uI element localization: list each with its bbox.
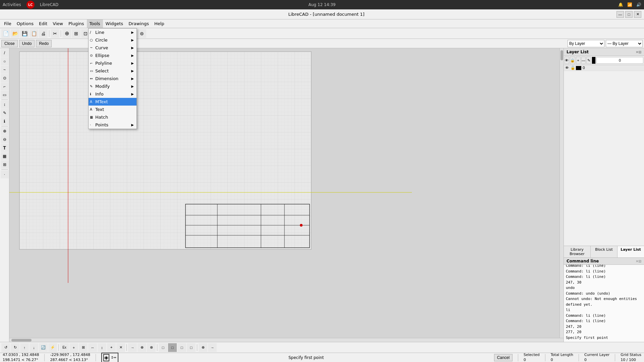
bottom-btn-plus[interactable]: + [69,343,78,352]
print-button[interactable]: 🖨 [39,29,48,38]
bottom-btn-undo-snap[interactable]: ↺ [1,343,10,352]
left-tool-line[interactable]: / [1,49,9,57]
tab-library-browser[interactable]: Library Browser [564,246,591,257]
layer-edit-btn[interactable]: ✎ [586,57,591,64]
bottom-btn-rect2[interactable]: □ [168,343,177,352]
canvas-area[interactable]: / Line ▶ ○ Circle ▶ ~ Cu [9,48,559,338]
bottom-btn-cross[interactable]: ✕ [116,343,125,352]
bottom-btn-grid[interactable]: ⊞ [79,343,88,352]
minimize-button[interactable]: — [616,11,624,18]
bottom-btn-v-align[interactable]: ↕ [98,343,106,352]
bottom-btn-rect3[interactable]: □ [177,343,186,352]
left-tool-ellipse[interactable]: ⊙ [1,74,9,82]
bottom-btn-h-align[interactable]: ↔ [88,343,97,352]
menu-tools-points[interactable]: · Points ▶ [89,121,137,129]
snap-btn-1[interactable]: ⊕ [62,29,71,38]
menu-options[interactable]: Options [14,19,36,28]
menu-tools-ellipse[interactable]: ⊙ Ellipse ▶ [89,52,137,59]
open-button[interactable]: 📂 [11,29,19,38]
bottom-btn-rotate[interactable]: 🔄 [39,343,48,352]
tab-block-list[interactable]: Block List [591,246,618,257]
bottom-btn-circle-cross[interactable]: ⊗ [147,343,156,352]
left-tool-hatch[interactable]: ▦ [1,152,9,160]
bottom-btn-redo-snap[interactable]: ↻ [11,343,19,352]
redo-button[interactable]: Redo [36,40,52,47]
left-tool-polyline[interactable]: ⌐ [1,82,9,90]
left-tool-modify[interactable]: ✎ [1,109,9,117]
layer-list-area: 👁 🔓 0 [564,65,644,246]
bottom-btn-plus2[interactable]: ⊕ [199,343,207,352]
snap-btn-9[interactable]: ⊜ [138,29,146,38]
menu-tools-polyline[interactable]: ⌐ Polyline ▶ [89,59,137,67]
canvas-scrollbar-vertical[interactable] [559,48,564,338]
color-selector[interactable]: — By Layer [606,40,643,47]
menu-tools-curve[interactable]: ~ Curve ▶ [89,48,137,52]
snap-btn-2[interactable]: ⊞ [72,29,80,38]
command-output[interactable]: 197, 40liCommand: li (line)Command: li (… [564,265,644,342]
left-tool-zoom-out[interactable]: ⊖ [1,135,9,143]
left-tool-dimension[interactable]: ↕ [1,101,9,109]
layer-list-title: Layer List [567,50,589,54]
left-tool-block[interactable]: ⊞ [1,161,9,169]
menu-drawings[interactable]: Drawings [126,19,152,28]
status-sep-1 [44,354,45,361]
close-drawing-button[interactable]: Close [1,40,18,47]
layer-lock-btn[interactable]: 🔒 [570,57,575,64]
cancel-button[interactable]: Cancel [494,354,513,361]
layer-add-btn[interactable]: + [576,57,581,64]
snap-symbol: ◈ [104,354,108,361]
activities-btn[interactable]: Activities [3,2,21,7]
panel-close-icon[interactable]: ✕⊡ [636,50,641,54]
menu-help[interactable]: Help [152,19,167,28]
bottom-btn-arrow-r[interactable]: → [128,343,137,352]
new-button[interactable]: 📄 [1,29,10,38]
menu-tools-hatch[interactable]: ▦ Hatch [89,113,137,121]
bottom-btn-down[interactable]: ↓ [30,343,38,352]
menu-file[interactable]: File [1,19,14,28]
menu-edit[interactable]: Edit [36,19,50,28]
layer-visible-btn[interactable]: 👁 [565,57,569,64]
layer-selector[interactable]: By Layer [568,40,604,47]
status-sep-4 [545,354,545,361]
tab-layer-list[interactable]: Layer List [618,246,644,257]
system-bar-right: 🔔 📶 🔊 [618,2,641,7]
bottom-btn-rect4[interactable]: □ [187,343,196,352]
menu-tools-text[interactable]: A Text [89,106,137,113]
menu-tools-dimension[interactable]: ↔ Dimension ▶ [89,75,137,82]
left-tool-misc1[interactable]: · [1,170,9,178]
left-tool-select[interactable]: ▭ [1,91,9,99]
bottom-btn-arrow-right2[interactable]: → [208,343,217,352]
bottom-btn-center[interactable]: ⌖ [107,343,116,352]
menu-tools-modify-label: Modify [95,84,110,89]
save-as-button[interactable]: 📋 [30,29,38,38]
bottom-btn-up[interactable]: ↑ [20,343,29,352]
close-button[interactable]: ✕ [634,11,641,18]
save-button[interactable]: 💾 [20,29,29,38]
menu-tools-mtext[interactable]: A MText [89,98,137,106]
left-tool-curve[interactable]: ~ [1,66,9,74]
left-tool-info[interactable]: ℹ [1,117,9,125]
bottom-btn-flash[interactable]: ⚡ [48,343,57,352]
menu-tools-select[interactable]: ▭ Select ▶ [89,67,137,75]
left-tool-text[interactable]: T [1,144,9,152]
menu-tools-modify[interactable]: ✎ Modify ▶ [89,82,137,90]
menu-view[interactable]: View [50,19,66,28]
maximize-button[interactable]: □ [625,11,633,18]
bottom-btn-rect1[interactable]: □ [159,343,167,352]
wifi-icon: 📶 [627,2,632,7]
bottom-btn-ex[interactable]: Ex [60,343,69,352]
undo-button[interactable]: Undo [19,40,35,47]
cut-button[interactable]: ✂ [51,29,59,38]
menu-plugins[interactable]: Plugins [66,19,87,28]
menu-tools[interactable]: Tools [87,19,103,28]
menu-widgets[interactable]: Widgets [103,19,126,28]
bottom-btn-add-pt[interactable]: ⊕ [138,343,146,352]
layer-name-input[interactable] [596,57,643,64]
layer-color-btn[interactable] [592,57,596,64]
layer-remove-btn[interactable]: — [581,57,586,64]
layer-row-visible-icon: 👁 [565,66,571,70]
left-tool-circle[interactable]: ○ [1,57,9,65]
canvas-scrollbar-horizontal[interactable] [9,338,564,342]
menu-tools-info[interactable]: ℹ Info ▶ [89,90,137,98]
left-tool-zoom-in[interactable]: ⊕ [1,127,9,135]
